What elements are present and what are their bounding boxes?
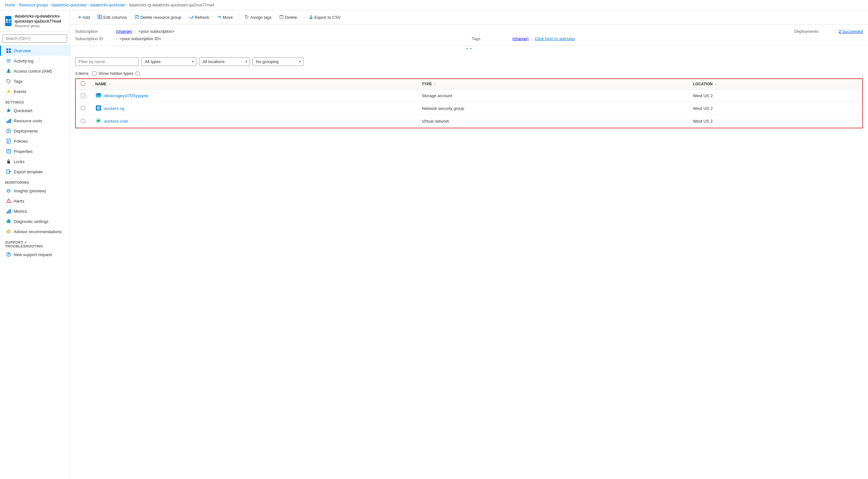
sidebar-item-alerts[interactable]: Alerts (0, 196, 70, 206)
new-support-request-icon (6, 252, 11, 257)
svg-point-54 (98, 120, 99, 121)
breadcrumb-databricks-quickstart-2[interactable]: databricks-quickstart (90, 3, 125, 7)
deployments-icon (6, 128, 11, 133)
filter-by-name-input[interactable] (75, 57, 139, 66)
quickstart-icon (6, 108, 11, 113)
sidebar-item-quickstart[interactable]: Quickstart (0, 106, 70, 116)
resource-name-link[interactable]: dbstorageysl7f25yypjew (104, 93, 148, 98)
chevron-up-icon: ⌃⌃ (465, 47, 473, 52)
show-hidden-info-icon[interactable]: i (135, 71, 140, 76)
row-select-checkbox[interactable] (81, 106, 85, 110)
sidebar-item-deployments[interactable]: Deployments (0, 126, 70, 136)
svg-rect-14 (8, 120, 9, 123)
sidebar-item-metrics[interactable]: Metrics (0, 206, 70, 216)
svg-rect-4 (6, 49, 8, 50)
assign-tags-button[interactable]: Assign tags (241, 13, 275, 22)
type-sort-icon[interactable]: ↕ (434, 83, 436, 86)
sidebar-item-resource-costs[interactable]: Resource costs (0, 116, 70, 126)
resource-name-link[interactable]: workers-sg (104, 106, 124, 111)
delete-icon (279, 14, 284, 20)
location-column-header: LOCATION ↕ (688, 79, 862, 89)
name-column-header: NAME ↕ (90, 79, 417, 89)
info-section: Subscription (change) : <your subscripti… (70, 25, 868, 46)
sidebar-item-diagnostic-settings[interactable]: Diagnostic settings (0, 216, 70, 227)
edit-columns-icon (97, 14, 102, 20)
sidebar-item-label-policies: Policies (14, 139, 28, 144)
svg-point-30 (8, 202, 9, 203)
add-tags-link[interactable]: Click here to add tags (535, 36, 575, 41)
tags-change-link[interactable]: (change) (512, 36, 529, 41)
svg-rect-26 (7, 161, 10, 163)
svg-rect-23 (7, 149, 10, 153)
sidebar-item-label-quickstart: Quickstart (14, 108, 32, 113)
filter-bar: All types Storage account Network securi… (70, 54, 868, 70)
show-hidden-container: Show hidden types i (92, 71, 140, 76)
sidebar-item-activity-log[interactable]: Activity log (0, 56, 70, 66)
select-all-checkbox[interactable] (81, 82, 85, 86)
svg-point-28 (7, 189, 10, 192)
sidebar-item-label-new-support-request: New support request (14, 252, 52, 257)
subscription-change-link[interactable]: (change) (116, 29, 132, 34)
toolbar-divider-2 (303, 13, 303, 21)
sidebar-item-label-alerts: Alerts (14, 199, 24, 204)
deployments-count-link[interactable]: 2 Succeeded (839, 29, 863, 34)
sidebar-item-label-export-template: Export template (14, 170, 43, 174)
delete-rg-button[interactable]: Delete resource group (131, 13, 185, 22)
location-filter-select[interactable]: All locations West US 2 East US (199, 57, 250, 66)
resource-costs-icon (6, 118, 11, 123)
support-section-label: Support + troubleshooting (0, 237, 70, 249)
sidebar-item-new-support-request[interactable]: New support request (0, 249, 70, 260)
sidebar-item-locks[interactable]: Locks (0, 156, 70, 167)
svg-rect-32 (7, 211, 8, 213)
row-select-checkbox[interactable] (81, 93, 85, 97)
resource-name-link[interactable]: workers-vnet (104, 119, 128, 124)
tags-icon (6, 79, 11, 84)
svg-point-12 (8, 80, 8, 81)
export-csv-button[interactable]: Export to CSV (306, 13, 344, 22)
sidebar-item-policies[interactable]: Policies (0, 136, 70, 146)
advisor-recommendations-icon (6, 229, 11, 234)
sidebar-resource-title: databricks-rg-databricks-quickstart-sja2… (14, 14, 65, 24)
delete-button[interactable]: Delete (276, 13, 300, 22)
sidebar-header: databricks-rg-databricks-quickstart-sja2… (0, 10, 70, 32)
breadcrumb-home[interactable]: Home (5, 3, 15, 7)
sidebar-item-tags[interactable]: Tags (0, 76, 70, 86)
policies-icon (6, 139, 11, 144)
collapse-info-button[interactable]: ⌃⌃ (70, 46, 868, 54)
sidebar-item-label-activity-log: Activity log (14, 59, 33, 63)
svg-rect-13 (6, 121, 7, 123)
subscription-label: Subscription (75, 29, 113, 34)
sidebar-item-events[interactable]: Events (0, 86, 70, 96)
row-select-checkbox[interactable] (81, 119, 85, 123)
show-hidden-label[interactable]: Show hidden types (98, 71, 133, 76)
overview-icon (6, 48, 11, 53)
type-filter-wrapper: All types Storage account Network securi… (142, 57, 196, 66)
name-sort-icon[interactable]: ↕ (109, 83, 111, 86)
breadcrumb-databricks-quickstart-1[interactable]: databricks-quickstart (52, 3, 87, 7)
svg-rect-37 (8, 219, 9, 221)
sidebar-search-input[interactable] (3, 34, 67, 43)
add-button[interactable]: + Add (75, 13, 93, 22)
grouping-filter-select[interactable]: No grouping Resource type Location Tag (252, 57, 304, 66)
sidebar-item-insights[interactable]: Insights (preview) (0, 186, 70, 196)
svg-rect-34 (9, 210, 10, 213)
svg-rect-49 (96, 93, 101, 94)
sidebar-item-advisor-recommendations[interactable]: Advisor recommendations (0, 227, 70, 237)
activity-log-icon (6, 58, 11, 63)
type-filter-select[interactable]: All types Storage account Network securi… (142, 57, 196, 66)
svg-rect-15 (9, 119, 10, 123)
resource-location-cell: West US 2 (688, 115, 862, 128)
sidebar-item-overview[interactable]: Overview (0, 46, 70, 56)
sidebar-item-access-control[interactable]: Access control (IAM) (0, 66, 70, 76)
edit-columns-button[interactable]: Edit columns (94, 13, 130, 22)
sidebar-item-properties[interactable]: Properties (0, 146, 70, 156)
location-sort-icon[interactable]: ↕ (715, 83, 716, 86)
breadcrumb-resource-groups[interactable]: Resource groups (19, 3, 48, 7)
sidebar-item-label-events: Events (14, 89, 26, 94)
show-hidden-checkbox[interactable] (92, 71, 96, 76)
sidebar-item-export-template[interactable]: Export template (0, 167, 70, 177)
events-icon (6, 89, 11, 94)
move-button[interactable]: Move (214, 13, 236, 22)
tags-row: Tags (change) : Click here to add tags (472, 36, 863, 42)
refresh-button[interactable]: Refresh (186, 13, 213, 22)
